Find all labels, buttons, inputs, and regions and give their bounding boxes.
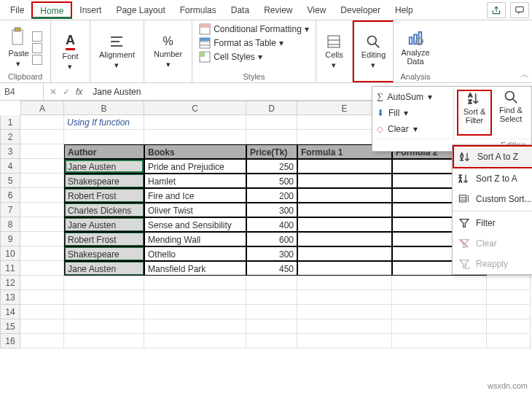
row-header[interactable]: 3 — [0, 144, 20, 159]
cell[interactable] — [64, 276, 144, 290]
tab-developer[interactable]: Developer — [333, 2, 388, 18]
cell[interactable] — [144, 334, 246, 349]
tab-page-layout[interactable]: Page Layout — [109, 2, 172, 18]
row-header[interactable]: 16 — [0, 334, 20, 349]
col-header-B[interactable]: B — [64, 101, 144, 115]
cell[interactable] — [144, 290, 246, 305]
row-header[interactable]: 13 — [0, 290, 20, 305]
row-header[interactable]: 2 — [0, 130, 20, 144]
row-header[interactable]: 6 — [0, 188, 20, 203]
tab-insert[interactable]: Insert — [72, 2, 109, 18]
cell[interactable]: Mending Wall — [144, 232, 246, 246]
cell[interactable]: Fire and Ice — [144, 188, 246, 203]
cell[interactable] — [64, 319, 144, 334]
cell[interactable]: Using If function — [64, 115, 144, 130]
cell[interactable]: Jane Austen — [64, 217, 144, 232]
cell[interactable] — [246, 130, 297, 144]
tab-help[interactable]: Help — [388, 2, 420, 18]
cell[interactable] — [20, 290, 64, 305]
cell[interactable] — [144, 130, 246, 144]
cell[interactable] — [20, 261, 64, 276]
cell[interactable]: Mansfield Park — [144, 261, 246, 276]
cell[interactable] — [144, 276, 246, 290]
conditional-formatting-button[interactable]: Conditional Formatting▾ — [199, 23, 309, 35]
cell[interactable] — [246, 276, 297, 290]
find-select-button[interactable]: Find & Select — [493, 90, 528, 136]
tab-file[interactable]: File — [3, 2, 31, 18]
cell[interactable] — [487, 276, 531, 290]
copy-button[interactable] — [32, 43, 42, 53]
cancel-formula-icon[interactable]: ✕ — [50, 87, 57, 97]
cell[interactable] — [297, 319, 392, 334]
font-group-button[interactable]: A Font ▾ — [62, 33, 78, 71]
format-as-table-button[interactable]: Format as Table▾ — [199, 37, 283, 49]
cell[interactable] — [20, 334, 64, 349]
clear-button[interactable]: ◇Clear▾ — [377, 122, 449, 136]
alignment-group-button[interactable]: Alignment ▾ — [99, 34, 135, 70]
cell[interactable] — [246, 115, 297, 130]
cell[interactable] — [487, 290, 531, 305]
cell[interactable] — [20, 305, 64, 319]
cell[interactable] — [392, 276, 487, 290]
editing-group-button[interactable]: Editing ▾ — [361, 34, 386, 70]
cell[interactable] — [297, 261, 392, 276]
cell[interactable] — [297, 290, 392, 305]
row-header[interactable]: 1 — [0, 115, 20, 130]
cells-group-button[interactable]: Cells ▾ — [325, 34, 343, 70]
cell[interactable] — [392, 305, 487, 319]
cell[interactable]: Robert Frost — [64, 188, 144, 203]
tab-review[interactable]: Review — [257, 2, 300, 18]
analyze-data-button[interactable]: Analyze Data — [398, 31, 433, 66]
cell[interactable] — [297, 217, 392, 232]
row-header[interactable]: 12 — [0, 276, 20, 290]
cell[interactable]: Oliver Twist — [144, 203, 246, 217]
sort-z-to-a[interactable]: ZA Sort Z to A — [453, 168, 532, 189]
cell[interactable] — [392, 319, 487, 334]
cell[interactable] — [20, 276, 64, 290]
cell[interactable] — [246, 290, 297, 305]
fill-button[interactable]: ⬇Fill▾ — [377, 106, 449, 120]
cell[interactable] — [297, 174, 392, 188]
cell[interactable]: 400 — [246, 217, 297, 232]
col-header-D[interactable]: D — [246, 101, 297, 115]
cell[interactable]: Shakespeare — [64, 174, 144, 188]
share-button[interactable] — [487, 2, 506, 18]
cell[interactable] — [487, 305, 531, 319]
fx-icon[interactable]: fx — [76, 87, 82, 97]
cell[interactable] — [297, 232, 392, 246]
cell[interactable] — [20, 188, 64, 203]
cell[interactable] — [246, 305, 297, 319]
cell[interactable] — [64, 290, 144, 305]
sort-a-to-z[interactable]: AZ Sort A to Z — [453, 145, 532, 168]
cell[interactable]: Pride and Prejudice — [144, 159, 246, 174]
enter-formula-icon[interactable]: ✓ — [63, 87, 70, 97]
cell[interactable]: Charles Dickens — [64, 203, 144, 217]
cell[interactable] — [20, 246, 64, 261]
collapse-ribbon-icon[interactable]: ︿ — [520, 69, 529, 81]
custom-sort[interactable]: Custom Sort... — [453, 189, 532, 209]
col-header-C[interactable]: C — [144, 101, 246, 115]
cell[interactable] — [64, 334, 144, 349]
number-group-button[interactable]: % Number ▾ — [154, 35, 182, 69]
cell-styles-button[interactable]: Cell Styles▾ — [199, 51, 262, 63]
cell[interactable] — [64, 130, 144, 144]
cell[interactable] — [144, 305, 246, 319]
cut-button[interactable] — [32, 31, 42, 42]
paste-button[interactable]: Paste ▾ — [8, 27, 28, 69]
filter-button[interactable]: Filter — [453, 213, 532, 233]
cell[interactable] — [20, 203, 64, 217]
cell[interactable]: Othello — [144, 246, 246, 261]
cell[interactable] — [20, 144, 64, 159]
cell[interactable] — [20, 217, 64, 232]
row-header[interactable]: 9 — [0, 232, 20, 246]
cell[interactable]: Hamlet — [144, 174, 246, 188]
cell[interactable]: 300 — [246, 203, 297, 217]
cell[interactable]: 600 — [246, 232, 297, 246]
cell[interactable]: Jane Austen — [64, 261, 144, 276]
tab-home[interactable]: Home — [31, 1, 72, 19]
cell[interactable] — [297, 276, 392, 290]
cell[interactable] — [297, 334, 392, 349]
sort-filter-button[interactable]: AZ Sort & Filter — [457, 90, 492, 136]
cell[interactable]: 500 — [246, 174, 297, 188]
col-header-A[interactable]: A — [20, 101, 64, 115]
